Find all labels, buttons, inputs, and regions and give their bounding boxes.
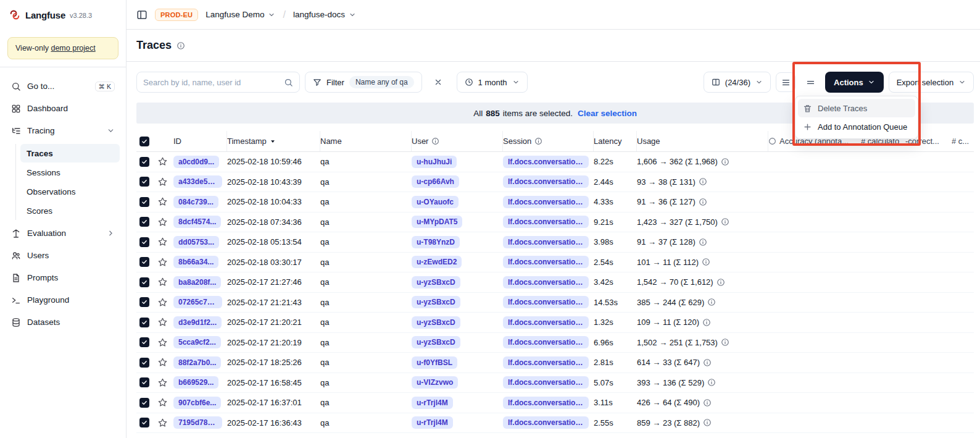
info-icon[interactable] [703,398,712,407]
sidebar-item-sessions[interactable]: Sessions [20,163,120,182]
table-row[interactable]: 7195d78e... 2025-02-17 16:36:43 qa u-rTr… [136,413,974,434]
select-all-checkbox[interactable] [139,137,149,146]
user-badge[interactable]: u-f0YfBSL [412,356,457,369]
session-badge[interactable]: lf.docs.conversation... [503,416,589,429]
star-icon[interactable] [157,357,168,368]
sidebar-item-observations[interactable]: Observations [20,182,120,201]
goto-search[interactable]: Go to... ⌘ K [6,76,120,96]
org-selector[interactable]: Langfuse Demo [206,10,275,19]
menu-item-delete-traces[interactable]: Delete Traces [798,99,915,117]
row-checkbox[interactable] [139,237,149,247]
info-icon[interactable] [699,198,707,206]
star-icon[interactable] [157,277,168,287]
table-row[interactable]: 07265c7a... 2025-02-17 21:21:43 qa u-yzS… [136,293,974,313]
user-badge[interactable]: u-rTrjl4M [412,397,453,409]
trace-id-badge[interactable]: a0cd0d9... [173,156,219,168]
row-checkbox[interactable] [139,217,149,227]
sidebar-item-dashboard[interactable]: Dashboard [6,98,120,119]
table-row[interactable]: ba8a208f... 2025-02-17 21:27:46 qa u-yzS… [136,272,974,293]
info-icon[interactable] [707,378,716,387]
trace-id-badge[interactable]: 907cbf6e... [173,397,221,409]
row-checkbox[interactable] [139,337,149,347]
session-badge[interactable]: lf.docs.conversation... [503,156,589,168]
trace-id-badge[interactable]: 8dcf4574... [173,216,221,228]
sidebar-toggle-icon[interactable] [136,9,147,20]
table-row[interactable]: 8dcf4574... 2025-02-18 07:34:36 qa u-MYp… [136,213,974,233]
table-row[interactable]: a0cd0d9... 2025-02-18 10:59:46 qa u-huJh… [136,152,974,172]
star-icon[interactable] [157,397,168,408]
user-badge[interactable]: u-huJhuJi [412,156,457,168]
trace-id-badge[interactable]: 07265c7a... [173,296,222,308]
trace-id-badge[interactable]: d3e9d1f2... [173,316,222,329]
table-row[interactable]: 907cbf6e... 2025-02-17 16:37:01 qa u-rTr… [136,393,974,413]
user-badge[interactable]: u-MYpDAT5 [412,216,462,228]
info-icon[interactable] [721,158,729,166]
user-badge[interactable]: u-OYauofc [412,196,459,208]
user-badge[interactable]: u-zEwdED2 [412,256,462,268]
row-checkbox[interactable] [139,318,149,327]
user-badge[interactable]: u-yzSBxcD [412,296,460,308]
star-icon[interactable] [157,337,168,348]
user-badge[interactable]: u-yzSBxcD [412,336,460,348]
session-badge[interactable]: lf.docs.conversation... [503,256,589,268]
star-icon[interactable] [157,177,168,187]
row-checkbox[interactable] [139,197,149,207]
session-badge[interactable]: lf.docs.conversation... [503,175,589,188]
column-header-session[interactable]: Session [503,131,594,151]
trace-id-badge[interactable]: dd05753... [173,236,219,248]
export-selection-button[interactable]: Export selection [889,72,974,93]
info-icon[interactable] [699,177,707,186]
sidebar-item-prompts[interactable]: Prompts [6,267,120,288]
search-box[interactable] [136,72,300,93]
star-icon[interactable] [157,317,168,327]
session-badge[interactable]: lf.docs.conversation... [503,316,589,329]
columns-button[interactable]: (24/36) [704,72,771,93]
column-header-timestamp[interactable]: Timestamp [227,131,320,151]
menu-item-add-to-annotation-queue[interactable]: Add to Annotation Queue [798,117,915,136]
row-checkbox[interactable] [139,418,149,427]
project-selector[interactable]: langfuse-docs [293,10,356,19]
row-height-medium-button[interactable] [800,72,820,92]
info-icon[interactable] [721,217,729,226]
session-badge[interactable]: lf.docs.conversation... [503,276,589,288]
session-badge[interactable]: lf.docs.conversation... [503,196,589,208]
trace-id-badge[interactable]: 5cca9cf2... [173,336,221,348]
table-row[interactable]: 88f2a7b0... 2025-02-17 18:25:26 qa u-f0Y… [136,353,974,373]
star-icon[interactable] [157,237,168,247]
info-icon[interactable] [699,238,707,246]
column-header-usage[interactable]: Usage [637,131,768,151]
trace-id-badge[interactable]: 8b66a34... [173,256,218,268]
info-icon[interactable] [721,338,729,347]
session-badge[interactable]: lf.docs.conversation... [503,216,589,228]
filter-button[interactable]: Filter Name any of qa [305,72,422,93]
table-row[interactable]: a433de51... 2025-02-18 10:43:39 qa u-cp6… [136,172,974,193]
row-checkbox[interactable] [139,377,149,387]
search-input[interactable] [143,78,279,87]
star-icon[interactable] [157,217,168,227]
info-icon[interactable] [702,258,710,266]
trace-id-badge[interactable]: 88f2a7b0... [173,356,221,369]
row-checkbox[interactable] [139,277,149,287]
trace-id-badge[interactable]: 7195d78e... [173,416,222,429]
user-badge[interactable]: u-rTrjl4M [412,416,453,429]
info-icon[interactable] [176,41,185,50]
column-header-id[interactable]: ID [173,131,227,151]
row-height-small-button[interactable] [776,72,795,92]
user-badge[interactable]: u-T98YnzD [412,236,460,248]
session-badge[interactable]: lf.docs.conversation... [503,296,589,308]
table-row[interactable]: 8b66a34... 2025-02-18 03:30:17 qa u-zEwd… [136,253,974,273]
info-icon[interactable] [703,358,712,367]
session-badge[interactable]: lf.docs.conversation... [503,236,589,248]
user-badge[interactable]: u-cp66Avh [412,175,459,188]
star-icon[interactable] [157,196,168,207]
column-header-name[interactable]: Name [320,131,412,151]
info-icon[interactable] [707,298,716,306]
sidebar-item-playground[interactable]: Playground [6,290,120,310]
info-icon[interactable] [716,278,725,287]
row-checkbox[interactable] [139,398,149,408]
column-header-score-4[interactable]: # c... [952,131,974,151]
table-row[interactable]: 084c739... 2025-02-18 10:04:33 qa u-OYau… [136,192,974,213]
trace-id-badge[interactable]: a433de51... [173,175,222,188]
user-badge[interactable]: u-VIZzvwo [412,376,458,389]
column-header-user[interactable]: User [412,131,503,151]
